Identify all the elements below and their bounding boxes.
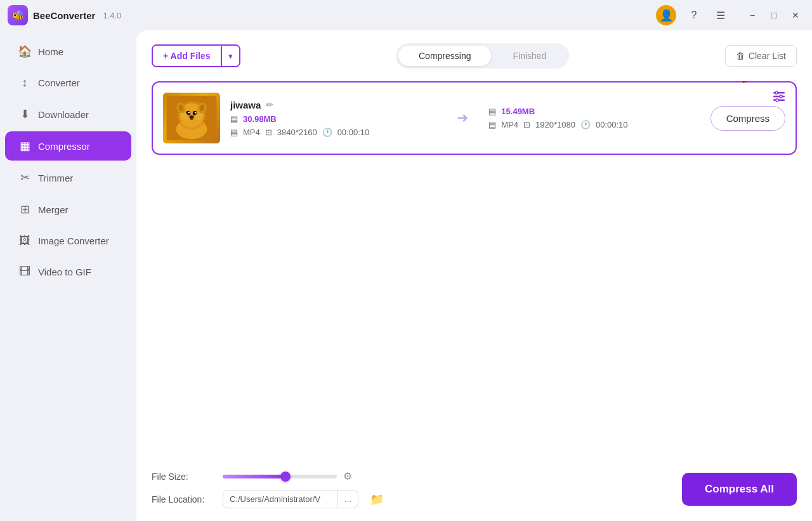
svg-point-8 bbox=[190, 115, 194, 119]
folder-icon[interactable]: 📁 bbox=[370, 492, 384, 506]
sidebar-item-trimmer[interactable]: ✂ Trimmer bbox=[5, 163, 131, 192]
main-layout: 🏠 Home ↕ Converter ⬇ Downloader ▦ Compre… bbox=[0, 30, 812, 521]
video-gif-icon: 🎞 bbox=[18, 265, 32, 279]
home-icon: 🏠 bbox=[18, 44, 32, 58]
conversion-arrow: ➜ bbox=[447, 110, 478, 126]
arrow-right-icon: ➜ bbox=[457, 110, 468, 126]
file-location-row: File Location: C:/Users/Administrator/V … bbox=[152, 490, 384, 508]
titlebar-controls: 👤 ? ☰ − □ ✕ bbox=[656, 5, 804, 25]
svg-point-6 bbox=[188, 112, 190, 114]
app-name: BeeConverter bbox=[33, 10, 95, 21]
svg-point-20 bbox=[776, 99, 778, 102]
file-meta-orig-details: ▤ MP4 ⊡ 3840*2160 🕐 00:00:10 bbox=[230, 128, 436, 137]
file-meta-orig-size: ▤ 30.98MB bbox=[230, 114, 436, 124]
sidebar-label-video-to-gif: Video to GIF bbox=[38, 267, 91, 277]
add-files-dropdown-arrow[interactable]: ▾ bbox=[221, 46, 239, 66]
svg-rect-17 bbox=[773, 100, 785, 102]
file-meta-new-details: ▤ MP4 ⊡ 1920*1080 🕐 00:00:10 bbox=[488, 120, 695, 129]
file-list-area: jiwawa ✏ ▤ 30.98MB ▤ MP4 ⊡ 3840*2160 🕐 0… bbox=[152, 81, 797, 460]
file-icon-orig: ▤ bbox=[230, 114, 238, 124]
file-info-left: jiwawa ✏ ▤ 30.98MB ▤ MP4 ⊡ 3840*2160 🕐 0… bbox=[230, 100, 436, 137]
clock-icon-orig: 🕐 bbox=[322, 128, 332, 137]
bottom-bar: File Size: ⚙ File Location: C:/Users/Adm… bbox=[152, 460, 797, 521]
help-button[interactable]: ? bbox=[685, 6, 703, 24]
clear-list-button[interactable]: 🗑 Clear List bbox=[725, 45, 797, 67]
svg-point-13 bbox=[181, 112, 188, 120]
svg-point-18 bbox=[775, 91, 778, 94]
logo-icon: 🐝 bbox=[11, 10, 24, 22]
bottom-settings: File Size: ⚙ File Location: C:/Users/Adm… bbox=[152, 470, 384, 508]
sidebar-label-image-converter: Image Converter bbox=[38, 235, 109, 246]
file-size-label: File Size: bbox=[152, 472, 215, 482]
titlebar-left: 🐝 BeeConverter 1.4.0 bbox=[8, 5, 121, 25]
original-format: MP4 bbox=[243, 128, 260, 137]
res-icon-orig: ⊡ bbox=[265, 128, 272, 137]
svg-rect-16 bbox=[773, 96, 785, 98]
sidebar-label-trimmer: Trimmer bbox=[38, 173, 73, 183]
file-location-label: File Location: bbox=[152, 494, 215, 505]
converter-icon: ↕ bbox=[18, 76, 32, 89]
file-size-row: File Size: ⚙ bbox=[152, 470, 384, 482]
size-slider-track[interactable] bbox=[223, 475, 337, 478]
sidebar-label-downloader: Downloader bbox=[38, 109, 89, 120]
sidebar-item-image-converter[interactable]: 🖼 Image Converter bbox=[5, 227, 131, 255]
annotation-arrow bbox=[681, 81, 783, 108]
original-size: 30.98MB bbox=[243, 114, 277, 124]
svg-point-7 bbox=[195, 112, 197, 114]
format-icon-new: ▤ bbox=[488, 120, 496, 129]
content-area: + Add Files ▾ Compressing Finished 🗑 Cle… bbox=[136, 30, 812, 521]
output-size: 15.49MB bbox=[501, 107, 535, 116]
file-thumbnail bbox=[163, 93, 220, 143]
edit-icon[interactable]: ✏ bbox=[266, 100, 273, 110]
merger-icon: ⊞ bbox=[18, 202, 32, 216]
file-settings-icon[interactable] bbox=[773, 90, 785, 105]
image-converter-icon: 🖼 bbox=[18, 234, 32, 247]
sidebar: 🏠 Home ↕ Converter ⬇ Downloader ▦ Compre… bbox=[0, 30, 136, 521]
user-avatar[interactable]: 👤 bbox=[656, 5, 676, 25]
compress-button[interactable]: Compress bbox=[710, 106, 785, 131]
sidebar-label-home: Home bbox=[38, 46, 63, 57]
trimmer-icon: ✂ bbox=[18, 171, 32, 185]
sidebar-item-merger[interactable]: ⊞ Merger bbox=[5, 195, 131, 224]
tab-finished[interactable]: Finished bbox=[492, 46, 566, 66]
close-icon: ✕ bbox=[792, 10, 799, 20]
downloader-icon: ⬇ bbox=[18, 107, 32, 121]
location-input[interactable]: C:/Users/Administrator/V ... bbox=[223, 490, 358, 508]
compressor-icon: ▦ bbox=[18, 139, 32, 153]
minimize-icon: − bbox=[750, 10, 755, 20]
original-resolution: 3840*2160 bbox=[277, 128, 317, 137]
svg-line-22 bbox=[719, 81, 745, 82]
minimize-button[interactable]: − bbox=[743, 6, 761, 24]
sidebar-item-converter[interactable]: ↕ Converter bbox=[5, 69, 131, 97]
dog-illustration bbox=[166, 96, 217, 140]
app-logo: 🐝 bbox=[8, 5, 28, 25]
sidebar-item-home[interactable]: 🏠 Home bbox=[5, 37, 131, 66]
slider-thumb[interactable] bbox=[280, 472, 291, 482]
file-name: jiwawa bbox=[230, 100, 261, 110]
file-meta-new-size: ▤ 15.49MB bbox=[488, 107, 695, 116]
maximize-icon: □ bbox=[771, 10, 776, 20]
file-info-right: ▤ 15.49MB ▤ MP4 ⊡ 1920*1080 🕐 00:00:10 bbox=[488, 107, 695, 129]
sidebar-label-compressor: Compressor bbox=[38, 141, 90, 152]
size-slider-container: ⚙ bbox=[223, 470, 352, 482]
sidebar-item-video-to-gif[interactable]: 🎞 Video to GIF bbox=[5, 258, 131, 286]
sidebar-item-downloader[interactable]: ⬇ Downloader bbox=[5, 100, 131, 129]
format-icon-orig: ▤ bbox=[230, 128, 238, 137]
menu-button[interactable]: ☰ bbox=[712, 6, 730, 24]
user-icon: 👤 bbox=[660, 9, 673, 22]
clock-icon-new: 🕐 bbox=[580, 120, 591, 129]
sidebar-label-merger: Merger bbox=[38, 204, 69, 215]
add-files-label: + Add Files bbox=[153, 46, 221, 66]
sidebar-item-compressor[interactable]: ▦ Compressor bbox=[5, 131, 131, 161]
add-files-button[interactable]: + Add Files ▾ bbox=[152, 44, 240, 67]
compress-all-button[interactable]: Compress All bbox=[682, 473, 797, 506]
tab-compressing[interactable]: Compressing bbox=[398, 46, 491, 66]
location-dots[interactable]: ... bbox=[337, 491, 358, 508]
clear-list-label: Clear List bbox=[749, 51, 786, 61]
size-gear-icon[interactable]: ⚙ bbox=[343, 470, 352, 482]
titlebar: 🐝 BeeConverter 1.4.0 👤 ? ☰ − □ ✕ bbox=[0, 0, 812, 30]
close-button[interactable]: ✕ bbox=[787, 6, 804, 24]
menu-icon: ☰ bbox=[716, 10, 725, 22]
maximize-button[interactable]: □ bbox=[765, 6, 783, 24]
sidebar-label-converter: Converter bbox=[38, 77, 80, 88]
